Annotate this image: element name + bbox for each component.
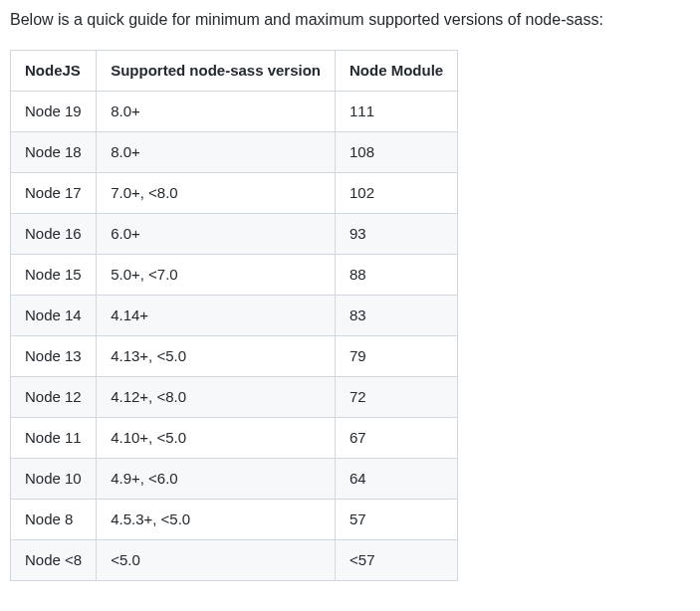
table-cell: 4.5.3+, <5.0	[97, 500, 336, 540]
table-cell: 64	[336, 459, 458, 500]
table-cell: 102	[336, 173, 458, 214]
table-cell: Node 8	[11, 500, 97, 540]
table-row: Node 177.0+, <8.0102	[11, 173, 458, 214]
table-cell: <5.0	[97, 540, 336, 581]
compatibility-table: NodeJS Supported node-sass version Node …	[10, 50, 458, 581]
table-cell: Node 14	[11, 296, 97, 336]
table-row: Node 155.0+, <7.088	[11, 255, 458, 296]
table-row: Node 124.12+, <8.072	[11, 377, 458, 418]
table-cell: Node 16	[11, 214, 97, 255]
table-cell: Node 11	[11, 418, 97, 459]
table-cell: 93	[336, 214, 458, 255]
table-cell: Node <8	[11, 540, 97, 581]
table-cell: 5.0+, <7.0	[97, 255, 336, 296]
table-cell: 4.13+, <5.0	[97, 336, 336, 377]
table-cell: 4.14+	[97, 296, 336, 336]
table-cell: 4.10+, <5.0	[97, 418, 336, 459]
table-cell: Node 12	[11, 377, 97, 418]
table-cell: Node 19	[11, 92, 97, 132]
intro-text: Below is a quick guide for minimum and m…	[10, 8, 690, 32]
table-row: Node 144.14+83	[11, 296, 458, 336]
table-cell: 67	[336, 418, 458, 459]
table-row: Node 104.9+, <6.064	[11, 459, 458, 500]
table-cell: 6.0+	[97, 214, 336, 255]
table-cell: 111	[336, 92, 458, 132]
table-cell: Node 15	[11, 255, 97, 296]
table-row: Node 114.10+, <5.067	[11, 418, 458, 459]
table-row: Node <8<5.0<57	[11, 540, 458, 581]
table-cell: Node 18	[11, 132, 97, 173]
table-cell: 7.0+, <8.0	[97, 173, 336, 214]
table-row: Node 198.0+111	[11, 92, 458, 132]
table-row: Node 166.0+93	[11, 214, 458, 255]
table-row: Node 188.0+108	[11, 132, 458, 173]
table-cell: 8.0+	[97, 92, 336, 132]
table-cell: 4.9+, <6.0	[97, 459, 336, 500]
table-cell: 8.0+	[97, 132, 336, 173]
header-node-module: Node Module	[336, 51, 458, 92]
table-cell: Node 13	[11, 336, 97, 377]
table-cell: 83	[336, 296, 458, 336]
header-node-sass-version: Supported node-sass version	[97, 51, 336, 92]
table-cell: Node 17	[11, 173, 97, 214]
table-row: Node 134.13+, <5.079	[11, 336, 458, 377]
table-header-row: NodeJS Supported node-sass version Node …	[11, 51, 458, 92]
table-cell: 57	[336, 500, 458, 540]
table-cell: 72	[336, 377, 458, 418]
table-cell: 108	[336, 132, 458, 173]
table-cell: 79	[336, 336, 458, 377]
table-cell: 88	[336, 255, 458, 296]
table-cell: 4.12+, <8.0	[97, 377, 336, 418]
header-nodejs: NodeJS	[11, 51, 97, 92]
table-row: Node 84.5.3+, <5.057	[11, 500, 458, 540]
table-cell: Node 10	[11, 459, 97, 500]
table-cell: <57	[336, 540, 458, 581]
